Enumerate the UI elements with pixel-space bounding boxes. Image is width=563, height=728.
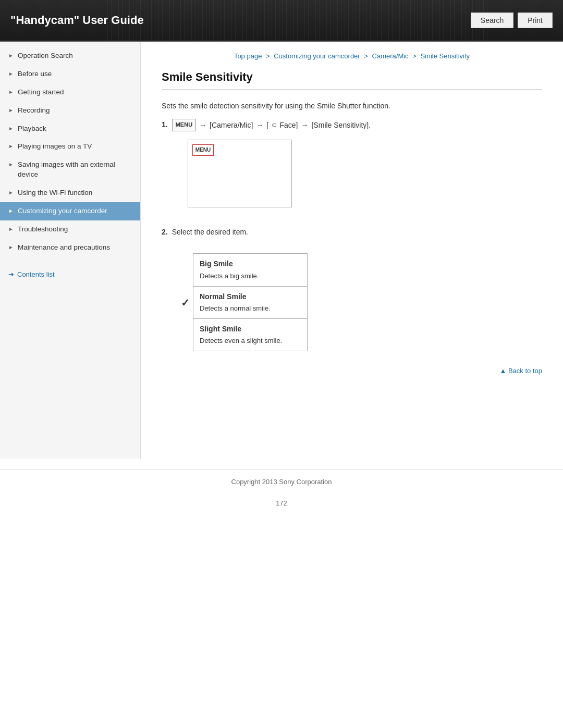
print-button[interactable]: Print — [518, 13, 553, 28]
contents-list-link[interactable]: ➔ Contents list — [0, 265, 140, 283]
sidebar-item-maintenance[interactable]: ► Maintenance and precautions — [0, 239, 140, 257]
app-title: "Handycam" User Guide — [10, 14, 144, 27]
breadcrumb-customizing[interactable]: Customizing your camcorder — [274, 52, 360, 60]
main-content: Top page > Customizing your camcorder > … — [141, 42, 563, 459]
arrow-icon: ► — [8, 89, 14, 96]
sidebar-item-before-use[interactable]: ► Before use — [0, 65, 140, 83]
sidebar-item-label: Before use — [18, 69, 52, 79]
sidebar-item-label: Maintenance and precautions — [18, 243, 110, 253]
breadcrumb-current: Smile Sensitivity — [420, 52, 470, 60]
arrow-icon: ► — [8, 70, 14, 78]
step1-part4: Face] — [279, 119, 298, 131]
smile-title-normal: Normal Smile — [200, 291, 301, 302]
back-to-top-link[interactable]: ▲ Back to top — [499, 367, 542, 375]
smile-option-normal: ✓ Normal Smile Detects a normal smile. — [177, 287, 542, 319]
step2-number: 2. — [162, 226, 168, 238]
footer: Copyright 2013 Sony Corporation — [0, 469, 563, 494]
smile-desc-slight: Detects even a slight smile. — [200, 336, 301, 347]
step2-content: Select the desired item. — [172, 226, 542, 245]
arrow-icon: ► — [8, 207, 14, 215]
step1-face-bracket-open: [ — [266, 119, 268, 131]
step1-part5: [Smile Sensitivity]. — [312, 119, 371, 131]
step2-text: Select the desired item. — [172, 226, 542, 238]
sidebar-item-label: Customizing your camcorder — [18, 206, 107, 216]
sidebar-item-label: Using the Wi-Fi function — [18, 188, 92, 198]
arrow-icon: ► — [8, 125, 14, 132]
breadcrumb-sep1: > — [266, 52, 272, 60]
sidebar-item-label: Getting started — [18, 88, 64, 97]
breadcrumb-camera-mic[interactable]: Camera/Mic — [372, 52, 409, 60]
sidebar-item-getting-started[interactable]: ► Getting started — [0, 83, 140, 102]
camera-menu-label: MENU — [192, 144, 214, 156]
step1-content: MENU → [Camera/Mic] → [☺Face] → [Smile S… — [172, 119, 542, 218]
sidebar-item-playing-images-tv[interactable]: ► Playing images on a TV — [0, 138, 140, 156]
breadcrumb-top[interactable]: Top page — [234, 52, 262, 60]
sidebar-item-label: Recording — [18, 106, 50, 116]
sidebar-item-saving-images[interactable]: ► Saving images with an external device — [0, 156, 140, 184]
sidebar-item-label: Saving images with an external device — [18, 160, 132, 180]
face-icon: ☺ — [271, 120, 277, 131]
smile-desc-big: Detects a big smile. — [200, 271, 301, 282]
link-arrow-icon: ➔ — [8, 270, 14, 278]
back-to-top[interactable]: ▲ Back to top — [162, 367, 542, 375]
page-description: Sets the smile detection sensitivity for… — [162, 100, 542, 112]
step1-part2: [Camera/Mic] — [210, 119, 253, 131]
sidebar-item-label: Playback — [18, 124, 46, 134]
breadcrumb-sep3: > — [412, 52, 418, 60]
page-number: 172 — [0, 494, 563, 512]
step1-number: 1. — [162, 119, 168, 130]
sidebar-item-label: Playing images on a TV — [18, 142, 92, 152]
arrow2: → — [256, 119, 263, 131]
arrow-icon: ► — [8, 52, 14, 59]
smile-options-container: Big Smile Detects a big smile. ✓ Normal … — [177, 253, 542, 351]
arrow-icon: ► — [8, 143, 14, 150]
smile-desc-normal: Detects a normal smile. — [200, 303, 301, 314]
breadcrumb-sep2: > — [364, 52, 370, 60]
step-1: 1. MENU → [Camera/Mic] → [☺Face] → [Smil… — [162, 119, 542, 218]
menu-button-label: MENU — [172, 119, 196, 131]
sidebar: ► Operation Search ► Before use ► Gettin… — [0, 42, 141, 459]
smile-option-slight: Slight Smile Detects even a slight smile… — [177, 319, 542, 351]
contents-link-label: Contents list — [17, 270, 55, 278]
arrow-icon: ► — [8, 107, 14, 114]
sidebar-item-recording[interactable]: ► Recording — [0, 102, 140, 120]
smile-content-normal: Normal Smile Detects a normal smile. — [193, 287, 308, 319]
smile-content-slight: Slight Smile Detects even a slight smile… — [193, 319, 308, 351]
content-body: Sets the smile detection sensitivity for… — [162, 100, 542, 351]
breadcrumb: Top page > Customizing your camcorder > … — [162, 52, 542, 60]
arrow-icon: ► — [8, 189, 14, 196]
camera-diagram: MENU — [188, 140, 292, 207]
arrow-icon: ► — [8, 226, 14, 233]
step-2: 2. Select the desired item. — [162, 226, 542, 245]
sidebar-item-label: Operation Search — [18, 51, 73, 61]
smile-title-slight: Slight Smile — [200, 323, 301, 335]
sidebar-item-label: Troubleshooting — [18, 225, 68, 235]
smile-check-big — [177, 253, 193, 286]
main-layout: ► Operation Search ► Before use ► Gettin… — [0, 42, 563, 459]
smile-check-slight — [177, 319, 193, 351]
sidebar-item-customizing[interactable]: ► Customizing your camcorder — [0, 202, 140, 220]
page-title: Smile Sensitivity — [162, 70, 542, 90]
copyright: Copyright 2013 Sony Corporation — [231, 478, 332, 486]
arrow3: → — [301, 119, 309, 131]
smile-title-big: Big Smile — [200, 258, 301, 269]
sidebar-item-wifi[interactable]: ► Using the Wi-Fi function — [0, 184, 140, 202]
arrow-icon: ► — [8, 161, 14, 168]
header: "Handycam" User Guide Search Print — [0, 0, 563, 42]
arrow-icon: ► — [8, 244, 14, 251]
arrow1: → — [199, 119, 206, 131]
search-button[interactable]: Search — [471, 13, 513, 28]
sidebar-item-troubleshooting[interactable]: ► Troubleshooting — [0, 220, 140, 239]
sidebar-item-playback[interactable]: ► Playback — [0, 120, 140, 138]
smile-content-big: Big Smile Detects a big smile. — [193, 253, 308, 286]
menu-instruction: MENU → [Camera/Mic] → [☺Face] → [Smile S… — [172, 119, 542, 131]
smile-option-big: Big Smile Detects a big smile. — [177, 253, 542, 286]
sidebar-item-operation-search[interactable]: ► Operation Search — [0, 47, 140, 65]
smile-check-normal: ✓ — [177, 287, 193, 319]
header-buttons: Search Print — [471, 13, 553, 28]
